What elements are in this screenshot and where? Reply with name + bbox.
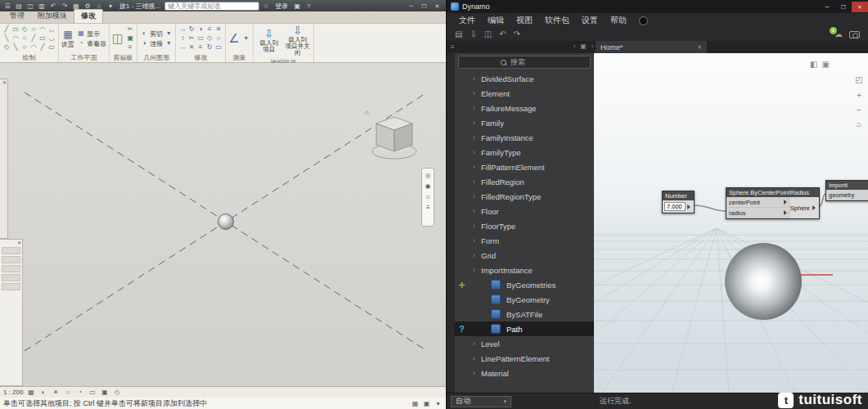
new-file-icon[interactable] <box>455 29 462 39</box>
help-icon[interactable] <box>304 2 313 11</box>
trim-icon[interactable] <box>196 34 205 43</box>
revit-drawing-area[interactable] <box>0 63 446 386</box>
library-item[interactable]: FloorType <box>455 218 594 233</box>
geometry-cut-button[interactable]: 剪切 <box>140 29 173 38</box>
draw-tool-icon[interactable] <box>47 34 56 43</box>
chevron-down-icon[interactable] <box>242 34 250 43</box>
viewcube-home-icon[interactable] <box>365 109 369 116</box>
zoom-in-icon[interactable] <box>855 89 863 101</box>
export-image-camera-icon[interactable] <box>849 31 860 38</box>
delete-icon[interactable] <box>214 25 223 34</box>
app-menu-icon[interactable] <box>2 2 12 11</box>
run-mode-dropdown[interactable]: 自动 <box>451 396 511 407</box>
collapsed-properties-palette[interactable] <box>0 79 8 239</box>
importinstance-node[interactable]: Importi geometry <box>825 180 868 201</box>
dynamo-canvas[interactable]: Number Sphere.ByCenterPointRadius center… <box>594 53 868 393</box>
tab-scroll-right-icon[interactable] <box>589 43 596 50</box>
modify-tool-icon[interactable] <box>178 43 187 52</box>
draw-polygon-icon[interactable] <box>20 25 29 34</box>
qat-dropdown-icon[interactable] <box>106 2 115 11</box>
sphere-geometry[interactable] <box>218 213 234 230</box>
palette-row[interactable] <box>2 265 20 272</box>
number-value-input[interactable] <box>664 202 686 211</box>
draw-circle-icon[interactable] <box>29 25 38 34</box>
library-search-input[interactable] <box>510 58 548 66</box>
design-options-icon[interactable] <box>422 399 431 408</box>
measure-icon[interactable] <box>228 32 239 45</box>
view-cube[interactable] <box>368 110 421 164</box>
undo-icon[interactable] <box>499 29 506 39</box>
draw-tool-icon[interactable] <box>38 43 47 52</box>
offset-icon[interactable] <box>178 34 187 43</box>
draw-arc-icon[interactable] <box>38 25 47 34</box>
draw-tool-icon[interactable] <box>20 43 29 52</box>
help-question-icon[interactable] <box>459 324 465 334</box>
tab-home[interactable]: Home* <box>596 41 707 53</box>
zoom-out-icon[interactable] <box>857 106 861 115</box>
cut-icon[interactable] <box>126 25 134 34</box>
library-item-path[interactable]: Path <box>455 321 594 336</box>
undo-icon[interactable] <box>48 2 58 11</box>
output-port-icon[interactable] <box>812 205 816 210</box>
draw-ellipse-icon[interactable] <box>20 34 29 43</box>
rotate-icon[interactable] <box>187 25 196 34</box>
menu-settings[interactable]: 设置 <box>582 15 598 26</box>
palette-row[interactable] <box>2 256 20 263</box>
crop-view-icon[interactable] <box>75 388 84 397</box>
draw-pick-line-icon[interactable] <box>2 34 11 43</box>
output-port-sphere[interactable]: Sphere <box>789 197 819 218</box>
array-icon[interactable] <box>205 34 214 43</box>
crop-region-icon[interactable] <box>88 388 97 397</box>
cloud-sync-icon[interactable]: 1 <box>834 29 843 39</box>
menu-edit[interactable]: 编辑 <box>488 15 504 26</box>
library-item[interactable]: Form <box>455 233 594 248</box>
draw-line-icon[interactable] <box>2 25 11 34</box>
library-item[interactable]: FamilyType <box>455 145 594 160</box>
sun-path-icon[interactable] <box>51 388 60 397</box>
temporary-hide-icon[interactable] <box>100 388 109 397</box>
number-node[interactable]: Number <box>662 191 695 213</box>
workplane-show-button[interactable]: 显示 <box>77 29 106 38</box>
menu-view[interactable]: 视图 <box>516 15 533 26</box>
save-icon[interactable] <box>25 2 35 11</box>
save-icon[interactable] <box>484 29 492 39</box>
notifications-icon[interactable] <box>639 16 648 25</box>
library-item[interactable]: Family <box>455 115 594 130</box>
steering-wheel-icon[interactable] <box>425 172 431 179</box>
modify-tool-icon[interactable] <box>205 43 214 52</box>
library-item[interactable]: Element <box>455 86 594 101</box>
maximize-icon[interactable] <box>835 2 852 12</box>
close-icon[interactable] <box>431 2 443 11</box>
library-item[interactable]: DividedSurface <box>455 71 594 86</box>
close-icon[interactable] <box>0 79 7 85</box>
library-item[interactable]: FailureMessage <box>455 101 594 115</box>
library-item[interactable]: FilledRegion <box>455 174 594 189</box>
library-item[interactable]: Material <box>455 366 594 380</box>
menu-file[interactable]: 文件 <box>459 15 475 26</box>
draw-tool-icon[interactable] <box>29 34 38 43</box>
library-item-importinstance[interactable]: ImportInstance <box>455 263 594 277</box>
library-item[interactable]: Floor <box>455 204 594 218</box>
library-item[interactable]: Level <box>455 336 594 351</box>
shadows-icon[interactable] <box>63 388 72 397</box>
tab-list-icon[interactable] <box>580 43 587 50</box>
tab-addins[interactable]: 附加模块 <box>31 10 74 23</box>
draw-tool-icon[interactable] <box>38 34 47 43</box>
maximize-icon[interactable] <box>418 2 430 11</box>
tab-manage[interactable]: 管理 <box>3 10 31 23</box>
close-icon[interactable] <box>0 240 22 245</box>
split-icon[interactable] <box>187 34 196 43</box>
move-icon[interactable] <box>178 25 187 34</box>
isolate-icon[interactable] <box>112 388 121 397</box>
input-port-icon[interactable] <box>784 200 787 204</box>
signin-button[interactable]: 登录 <box>275 2 288 11</box>
load-into-project-close-button[interactable]: 载入到 项目并关闭 <box>285 25 311 56</box>
library-item[interactable]: FillPatternElement <box>455 160 594 174</box>
view-scale[interactable]: 1 : 200 <box>3 389 23 396</box>
library-item-bysatfile[interactable]: BySATFile <box>455 307 594 321</box>
output-port-icon[interactable] <box>687 204 690 209</box>
scale-icon[interactable] <box>214 34 223 43</box>
library-item-bygeometries[interactable]: ByGeometries <box>455 277 594 292</box>
modify-tool-icon[interactable] <box>187 43 196 52</box>
palette-row[interactable] <box>2 283 20 290</box>
